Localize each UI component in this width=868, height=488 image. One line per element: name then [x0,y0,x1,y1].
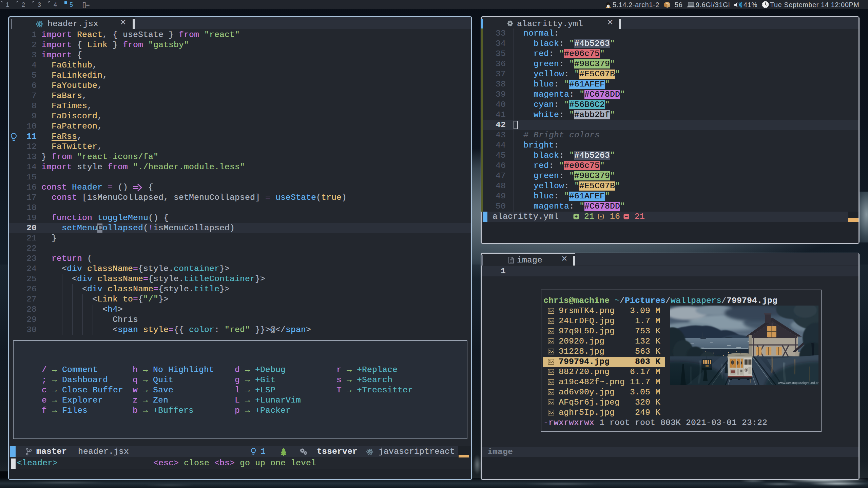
svg-text:www.DesktopBackground.org: www.DesktopBackground.org [778,381,818,385]
